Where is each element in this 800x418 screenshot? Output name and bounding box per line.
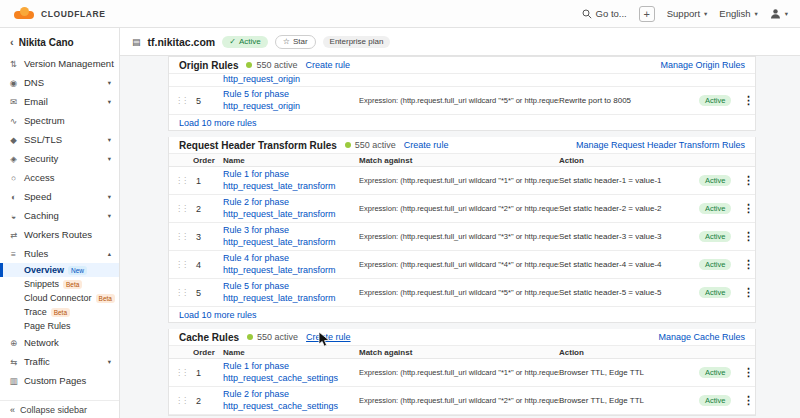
sidebar-item-dns[interactable]: ◉ DNS ▾ xyxy=(0,73,119,92)
origin-rules-header: Origin Rules 550 active Create rule Mana… xyxy=(169,57,755,74)
sidebar-item-traffic[interactable]: ⇆ Traffic ▾ xyxy=(0,352,119,371)
active-count: 550 active xyxy=(256,60,297,70)
kebab-menu-icon[interactable]: ⋮ xyxy=(743,286,754,299)
drag-handle-icon[interactable]: ⋮⋮ xyxy=(175,260,193,269)
manage-cache-rules-link[interactable]: Manage Cache Rules xyxy=(658,332,745,342)
sidebar-item-ssl-tls[interactable]: ◆ SSL/TLS ▾ xyxy=(0,130,119,149)
sidebar-item-access[interactable]: ○ Access xyxy=(0,168,119,187)
rule-name-link[interactable]: Rule 2 for phase http_request_late_trans… xyxy=(223,197,359,220)
sidebar-item-cloud-connector[interactable]: Cloud Connector Beta xyxy=(0,291,119,305)
rule-name-link[interactable]: Rule 4 for phase http_request_late_trans… xyxy=(223,253,359,276)
column-match: Match against xyxy=(359,348,559,357)
drag-handle-icon[interactable]: ⋮⋮ xyxy=(175,176,193,185)
rule-name-line: Rule 5 for phase xyxy=(223,281,359,293)
sidebar-item-trace[interactable]: Trace Beta xyxy=(0,305,119,319)
transform-load-more-row: Load 10 more rules xyxy=(169,307,755,322)
rule-name-link[interactable]: Rule 5 for phase http_request_origin xyxy=(223,89,359,112)
sidebar-item-network[interactable]: ⊕ Network xyxy=(0,333,119,352)
chevron-down-icon: ▾ xyxy=(108,79,111,87)
kebab-menu-icon[interactable]: ⋮ xyxy=(743,394,754,407)
manage-transform-rules-link[interactable]: Manage Request Header Transform Rules xyxy=(576,140,745,150)
account-back-link[interactable]: ‹ Nikita Cano xyxy=(0,28,119,54)
origin-load-more-row: Load 10 more rules xyxy=(169,115,755,130)
rule-expression: Expression: (http.request.full_uri wildc… xyxy=(359,204,559,213)
column-order: Order xyxy=(193,348,223,357)
sidebar-item-label: Network xyxy=(24,337,59,348)
chevron-down-icon: ▾ xyxy=(108,358,111,366)
rule-name-line: http_request_late_transform xyxy=(223,181,359,193)
sidebar-item-speed[interactable]: ◐ Speed ▾ xyxy=(0,187,119,206)
rule-name-link[interactable]: Rule 1 for phase http_request_late_trans… xyxy=(223,169,359,192)
sidebar-item-rules-overview[interactable]: Overview New xyxy=(0,263,119,277)
sidebar-item-snippets[interactable]: Snippets Beta xyxy=(0,277,119,291)
sidebar-item-version-management[interactable]: ⇅ Version Management xyxy=(0,54,119,73)
load-more-link[interactable]: Load 10 more rules xyxy=(179,118,257,128)
rule-name-link[interactable]: http_request_origin xyxy=(223,74,359,86)
sidebar-item-email[interactable]: ✉ Email ▾ xyxy=(0,92,119,111)
rule-name-link[interactable]: Rule 1 for phase http_request_cache_sett… xyxy=(223,361,359,384)
kebab-menu-icon[interactable]: ⋮ xyxy=(743,366,754,379)
rule-order: 2 xyxy=(193,396,223,406)
manage-origin-rules-link[interactable]: Manage Origin Rules xyxy=(660,60,745,70)
rule-action: Set static header-2 = value-2 xyxy=(559,204,699,213)
rule-expression: Expression: (http.request.full_uri wildc… xyxy=(359,396,559,405)
chevron-down-icon: ▾ xyxy=(754,10,757,18)
language-menu[interactable]: English ▾ xyxy=(719,8,757,19)
topbar: CLOUDFLARE Go to... + Support ▾ English … xyxy=(0,0,800,28)
kebab-menu-icon[interactable]: ⋮ xyxy=(743,258,754,271)
rules-overview-page: Origin Rules 550 active Create rule Mana… xyxy=(120,56,800,416)
sidebar-item-label: Workers Routes xyxy=(24,229,92,240)
ssl-tls-icon: ◆ xyxy=(8,135,19,145)
load-more-link[interactable]: Load 10 more rules xyxy=(179,310,257,320)
security-icon: ◈ xyxy=(8,154,19,164)
rule-name-line: Rule 2 for phase xyxy=(223,197,359,209)
drag-handle-icon[interactable]: ⋮⋮ xyxy=(175,396,193,405)
rule-name-link[interactable]: Rule 3 for phase http_request_late_trans… xyxy=(223,225,359,248)
drag-handle-icon[interactable]: ⋮⋮ xyxy=(175,232,193,241)
rule-name-line: http_request_late_transform xyxy=(223,209,359,221)
rule-status-badge: Active xyxy=(699,203,731,214)
kebab-menu-icon[interactable]: ⋮ xyxy=(743,202,754,215)
create-rule-link[interactable]: Create rule xyxy=(404,140,449,150)
sidebar-item-rules[interactable]: ≡ Rules ▴ xyxy=(0,244,119,263)
column-name: Name xyxy=(223,348,359,357)
beta-badge: Beta xyxy=(96,294,115,303)
column-order: Order xyxy=(193,156,223,165)
sidebar-item-custom-pages[interactable]: ▥ Custom Pages xyxy=(0,371,119,390)
sidebar-item-spectrum[interactable]: ∿ Spectrum xyxy=(0,111,119,130)
goto-search[interactable]: Go to... xyxy=(582,8,627,19)
create-rule-link[interactable]: Create rule xyxy=(305,60,350,70)
drag-handle-icon[interactable]: ⋮⋮ xyxy=(175,288,193,297)
rule-action: Browser TTL, Edge TTL xyxy=(559,396,699,405)
goto-search-label: Go to... xyxy=(596,8,627,19)
rule-order: 1 xyxy=(193,176,223,186)
sidebar-item-security[interactable]: ◈ Security ▾ xyxy=(0,149,119,168)
create-rule-link[interactable]: Create rule xyxy=(306,332,351,342)
drag-handle-icon[interactable]: ⋮⋮ xyxy=(175,96,193,105)
account-menu[interactable]: ▾ xyxy=(770,8,788,19)
sidebar-item-caching[interactable]: ◒ Caching ▾ xyxy=(0,206,119,225)
drag-handle-icon[interactable]: ⋮⋮ xyxy=(175,368,193,377)
sidebar-item-workers-routes[interactable]: ⇄ Workers Routes xyxy=(0,225,119,244)
star-button[interactable]: ☆ Star xyxy=(275,35,316,49)
sidebar-item-label: Custom Pages xyxy=(24,375,86,386)
user-icon xyxy=(770,8,781,19)
add-site-button[interactable]: + xyxy=(639,6,655,22)
kebab-menu-icon[interactable]: ⋮ xyxy=(743,174,754,187)
kebab-menu-icon[interactable]: ⋮ xyxy=(743,94,754,107)
kebab-menu-icon[interactable]: ⋮ xyxy=(743,230,754,243)
plus-icon: + xyxy=(644,8,650,20)
rule-name-link[interactable]: Rule 5 for phase http_request_late_trans… xyxy=(223,281,359,304)
speed-icon: ◐ xyxy=(8,192,19,202)
custom-pages-icon: ▥ xyxy=(8,376,19,386)
table-column-headers: Order Name Match against Action xyxy=(169,346,755,359)
cloudflare-logo[interactable]: CLOUDFLARE xyxy=(12,8,106,20)
sidebar-item-label: Speed xyxy=(24,191,51,202)
rule-name-line: http_request_late_transform xyxy=(223,237,359,249)
collapse-sidebar-button[interactable]: « Collapse sidebar xyxy=(0,400,119,418)
sidebar-item-label: DNS xyxy=(24,77,44,88)
support-menu[interactable]: Support ▾ xyxy=(667,8,708,19)
rule-name-link[interactable]: Rule 2 for phase http_request_cache_sett… xyxy=(223,389,359,412)
drag-handle-icon[interactable]: ⋮⋮ xyxy=(175,204,193,213)
sidebar-item-page-rules[interactable]: Page Rules xyxy=(0,319,119,333)
